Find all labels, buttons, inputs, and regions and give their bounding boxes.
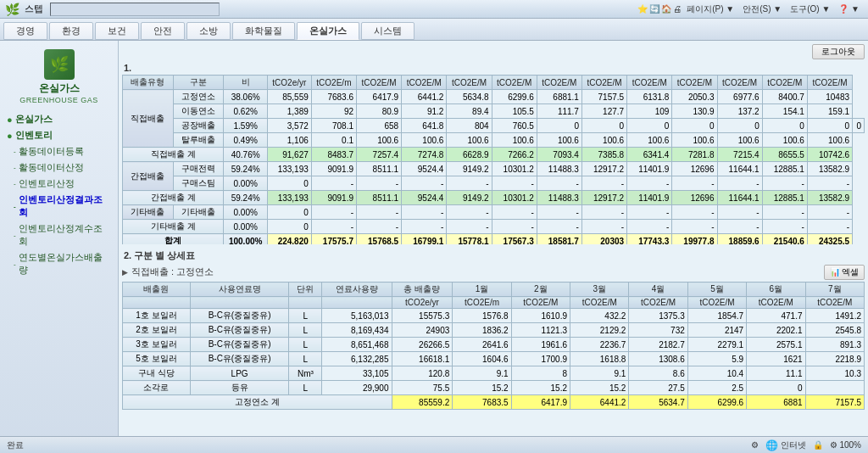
detail-header: 직접배출 : 고정연소 엑셀 [122, 264, 865, 280]
toolbar-safety[interactable]: 안전(S) ▼ [739, 3, 785, 15]
table-row: 구내 식당 LPG Nm³ 33,105 120.89.189.18.610.4… [123, 366, 865, 381]
th-m5: tCO2E/M [492, 76, 537, 90]
th-m1: tCO2E/m [311, 76, 356, 90]
logo-text1: 온실가스 [3, 81, 114, 96]
detail-table-scroll[interactable]: 배출원 사용연료명 단위 연료사용량 총 배출량 1월 2월 3월 4월 5월 … [122, 282, 865, 410]
excel-button[interactable]: 엑셀 [824, 265, 865, 280]
table-row: 간접배출 구매전력 59.24% 133,1939091.98511.19524… [123, 162, 865, 176]
status-complete: 완료 [7, 439, 24, 451]
toolbar-page[interactable]: 페이지(P) ▼ [683, 3, 737, 15]
td-fixed: 고정연소 [173, 90, 224, 104]
th-d1: 1월 [453, 282, 511, 297]
title-bar: 🌿 스텝 ⭐ 🔄 🏠 🖨 페이지(P) ▼ 안전(S) ▼ 도구(O) ▼ ❓ … [0, 0, 868, 19]
th-m2: tCO2E/M [357, 76, 402, 90]
th-d4: 4월 [629, 282, 687, 297]
tab-on[interactable]: 온실가스 [297, 22, 359, 40]
internet-label: 인터넷 [781, 439, 806, 451]
sidebar-item-actcalc[interactable]: - 활동데이터산정 [0, 159, 118, 176]
sub-bullet-4: - [14, 203, 16, 210]
table-row: 2호 보일러 B-C유(중질중유) L 8,169,434 249031836.… [123, 323, 865, 338]
detail-table: 배출원 사용연료명 단위 연료사용량 총 배출량 1월 2월 3월 4월 5월 … [122, 282, 865, 410]
th-m3: tCO2E/M [402, 76, 447, 90]
bullet-ghg: ● [7, 115, 13, 125]
th-m7: tCO2E/M [581, 76, 626, 90]
toolbar-fav[interactable]: ⭐ [637, 4, 648, 14]
status-internet: 🌐 인터넷 [765, 439, 806, 451]
table-row: 구매스팀 0.00% 0------------ [123, 176, 865, 191]
sidebar: 🌿 온실가스 GREENHOUSE GAS ● 온실가스 ● 인벤토리 - 활동… [0, 41, 119, 453]
toolbar-refresh[interactable]: 🔄 [649, 4, 659, 14]
th-yr: tCO2e/yr [267, 76, 311, 90]
globe-icon: 🌐 [765, 439, 778, 451]
table-row-indirect-total: 간접배출 계 59.24% 133,1939091.98511.19524.49… [123, 191, 865, 205]
table-row-total: 합계 100.00% 224,82017575.715768.516799.11… [123, 234, 865, 245]
table-row: 이동연소 0.62% 1,3899280.991.289.4105.5111.7… [123, 104, 865, 119]
th-d2: 2월 [511, 282, 570, 297]
section2-title: 2. 구분 별 상세표 [122, 249, 865, 262]
section1-title: 1. [122, 63, 865, 73]
sidebar-item-invcalc[interactable]: - 인벤토리산정 [0, 176, 118, 192]
th-d5: 5월 [687, 282, 746, 297]
sidebar-header-ghg[interactable]: ● 온실가스 [0, 111, 118, 127]
main-table-scroll[interactable]: 배출유형 구분 비 tCO2e/yr tCO2E/m tCO2E/M tCO2E… [122, 75, 865, 244]
table-row: 공장배출 1.59% 3,572708.1658641.8804760.5000… [123, 119, 865, 133]
th-m8: tCO2E/M [627, 76, 672, 90]
tab-bo[interactable]: 보건 [95, 22, 139, 40]
sub-bullet-3: - [14, 180, 16, 187]
table-row-other-total: 기타배출 계 0.00% 0------------ [123, 220, 865, 234]
sidebar-section-main: ● 온실가스 ● 인벤토리 - 활동데이터등록 - 활동데이터산정 - 인벤토리… [0, 109, 118, 280]
main-summary-table: 배출유형 구분 비 tCO2e/yr tCO2E/m tCO2E/M tCO2E… [122, 75, 865, 244]
th-d7: 7월 [805, 282, 864, 297]
table-row: 1호 보일러 B-C유(중질중유) L 5,163,013 15575.3157… [123, 309, 865, 323]
sub-bullet-6: - [14, 260, 16, 268]
toolbar-help[interactable]: ❓ ▼ [835, 4, 863, 14]
logout-bar: 로그아웃 [122, 44, 865, 59]
th-m4: tCO2E/M [447, 76, 492, 90]
logout-button[interactable]: 로그아웃 [812, 44, 865, 59]
status-left: 완료 [7, 439, 24, 451]
th-pct: 비 [224, 76, 267, 90]
logo-text2: GREENHOUSE GAS [3, 96, 114, 104]
th-src: 배출원 [123, 282, 191, 297]
th-sub: 구분 [173, 76, 224, 90]
table-row: 소각로 등유 L 29,900 75.515.215.215.227.52.50 [123, 381, 865, 395]
table-row-direct-total: 직접배출 계 40.76% 91,6278483.77257.47274.866… [123, 148, 865, 162]
status-bar: 완료 ⚙ 🌐 인터넷 🔒 ⚙ 100% [0, 436, 868, 453]
sidebar-item-invresult[interactable]: - 인벤토리산정결과조회 [0, 192, 118, 221]
bullet-inv: ● [7, 131, 13, 141]
tab-so[interactable]: 소방 [186, 22, 231, 40]
sidebar-item-invfactor[interactable]: - 인벤토리산정계수조회 [0, 221, 118, 249]
th-d6: 6월 [747, 282, 805, 297]
th-m11: tCO2E/M [762, 76, 807, 90]
main-layout: 🌿 온실가스 GREENHOUSE GAS ● 온실가스 ● 인벤토리 - 활동… [0, 41, 868, 453]
tab-gyeong[interactable]: 경영 [3, 22, 47, 40]
status-right: ⚙ 🌐 인터넷 🔒 ⚙ 100% [751, 439, 861, 451]
td-direct-type: 직접배출 [123, 90, 174, 148]
table-row: 탈루배출 0.49% 1,1060.1100.6100.6100.6100.61… [123, 133, 865, 148]
sub-bullet-2: - [14, 164, 16, 171]
logo-icon: 🌿 [44, 49, 75, 80]
sidebar-item-actdata[interactable]: - 활동데이터등록 [0, 143, 118, 159]
tab-sys[interactable]: 시스템 [361, 22, 415, 40]
th-m6: tCO2E/M [537, 76, 581, 90]
nav-tabs: 경영 환경 보건 안전 소방 화학물질 온실가스 시스템 [3, 22, 415, 40]
th-m9: tCO2E/M [672, 76, 717, 90]
sidebar-item-annual[interactable]: - 연도별온실가스배출량 [0, 249, 118, 278]
tab-hwa[interactable]: 화학물질 [232, 22, 295, 40]
th-d3: 3월 [570, 282, 629, 297]
tab-an[interactable]: 안전 [141, 22, 185, 40]
tab-hwan[interactable]: 환경 [49, 22, 93, 40]
nav-tab-bar: 경영 환경 보건 안전 소방 화학물질 온실가스 시스템 [0, 19, 868, 41]
toolbar-tools[interactable]: 도구(O) ▼ [787, 3, 833, 15]
th-m12: tCO2E/M [807, 76, 852, 90]
toolbar-print[interactable]: 🖨 [673, 4, 682, 14]
title-bar-text: 스텝 [25, 3, 43, 15]
th-fuel: 사용연료명 [190, 282, 289, 297]
sidebar-header-inv[interactable]: ● 인벤토리 [0, 127, 118, 143]
table-row: 5호 보일러 B-C유(중질중유) L 6,132,285 16618.1160… [123, 352, 865, 366]
th-m10: tCO2E/M [717, 76, 762, 90]
th-usage: 연료사용량 [322, 282, 392, 297]
th-total: 총 배출량 [392, 282, 453, 297]
toolbar-home[interactable]: 🏠 [661, 4, 671, 14]
content-area: 로그아웃 1. 배출유형 구분 비 tCO2e/yr tCO2E/m tCO2E… [119, 41, 868, 453]
